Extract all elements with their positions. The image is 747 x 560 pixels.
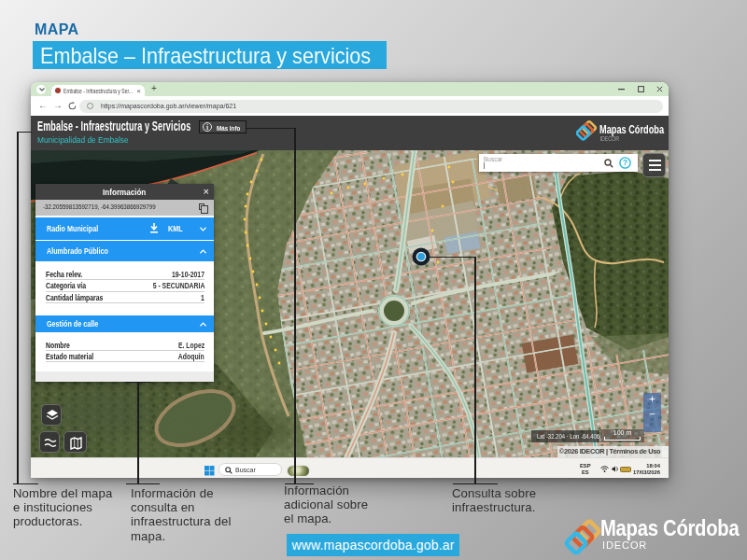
svg-text:Mapas Córdoba: Mapas Córdoba: [599, 123, 665, 136]
svg-text:IDECOR: IDECOR: [600, 135, 620, 142]
svg-text:?: ?: [623, 158, 627, 167]
